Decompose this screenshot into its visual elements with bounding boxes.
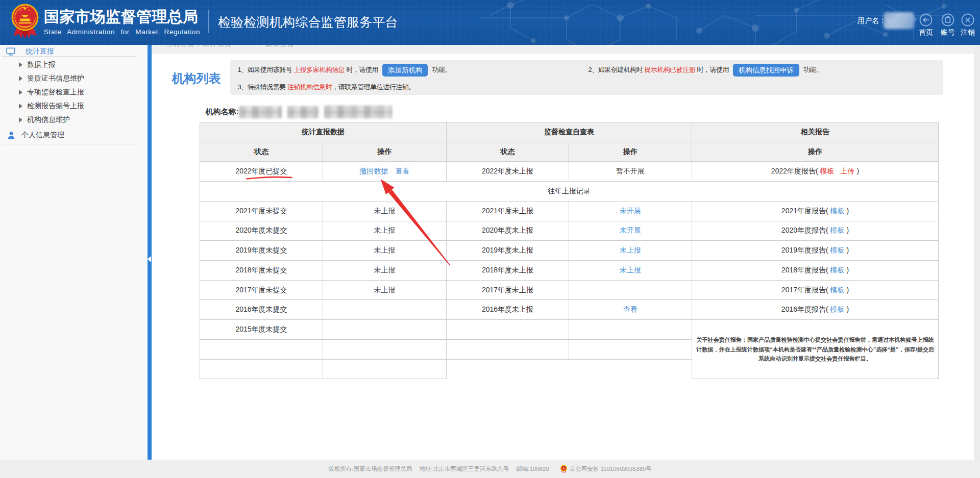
table-row-2022: 2022年度已提交 撤回数据查看 2022年度未上报 暂不开展 2022年度报告… bbox=[200, 162, 939, 182]
table-row-divider: 往年上报记录 bbox=[200, 182, 939, 202]
op-2017: 未上报 bbox=[323, 280, 447, 300]
template-link-2020[interactable]: 模板 bbox=[830, 226, 845, 234]
not-started-link-2020[interactable]: 未开展 bbox=[620, 226, 641, 234]
template-link-2016[interactable]: 模板 bbox=[830, 305, 845, 313]
page-footer: 版权所有:国家市场监督管理总局 地址:北京市西城区三里河东路八号 邮编:1008… bbox=[0, 460, 980, 478]
nav-logout-button[interactable]: 注销 bbox=[957, 13, 979, 37]
logout-x-icon bbox=[961, 13, 974, 27]
sidebar-item-cert-maintain[interactable]: 资质证书信息维护 bbox=[19, 74, 84, 83]
check-status-2022: 2022年度未上报 bbox=[447, 162, 569, 182]
sidebar-accent-bar bbox=[148, 45, 152, 460]
sidebar-item-personal-info[interactable]: 个人信息管理 bbox=[8, 131, 64, 140]
report-2016: 2016年度报告( 模板 ) bbox=[692, 300, 939, 320]
check-op-2020: 未开展 bbox=[569, 221, 692, 241]
op-2018: 未上报 bbox=[323, 261, 447, 281]
empty-cell bbox=[200, 339, 323, 359]
report-2018: 2018年度报告( 模板 ) bbox=[692, 261, 939, 281]
sidebar-section-stats[interactable]: 统计直报 bbox=[6, 47, 54, 56]
org-name-label: 机构名称: bbox=[206, 107, 239, 116]
person-icon bbox=[8, 132, 15, 139]
not-reported-link-2018[interactable]: 未上报 bbox=[620, 266, 641, 274]
social-responsibility-note-cell: 关于社会责任报告：国家产品质量检验检测中心提交社会责任报告前，需通过本机构账号上… bbox=[692, 320, 939, 379]
home-arrow-icon bbox=[919, 13, 933, 27]
check-status-2017: 2017年度未上报 bbox=[447, 280, 569, 300]
status-2019: 2019年度未提交 bbox=[200, 241, 323, 261]
check-op-2016: 查看 bbox=[569, 300, 692, 320]
table-col-header-row: 状态 操作 状态 操作 操作 bbox=[200, 142, 939, 162]
footer-copyright: 版权所有:国家市场监督管理总局 bbox=[328, 465, 412, 473]
notice-line-3: 3、特殊情况需要 注销机构信息时，请联系管理单位进行注销。 bbox=[238, 82, 415, 92]
op-2015 bbox=[323, 320, 447, 340]
empty-cell bbox=[323, 359, 447, 379]
withdraw-data-link[interactable]: 撤回数据 bbox=[360, 167, 388, 175]
arrow-right-icon bbox=[19, 117, 22, 122]
org-name-redaction-1 bbox=[239, 106, 282, 118]
arrow-right-icon bbox=[19, 90, 22, 95]
check-op-2021: 未开展 bbox=[569, 201, 692, 221]
report-2020: 2020年度报告( 模板 ) bbox=[692, 221, 939, 241]
group-header-report: 相关报告 bbox=[692, 122, 939, 142]
not-started-link-2021[interactable]: 未开展 bbox=[620, 207, 641, 215]
nav-home-button[interactable]: 首页 bbox=[915, 13, 937, 37]
sidebar-item-report-number[interactable]: 检测报告编号上报 bbox=[19, 102, 84, 111]
check-op-2015 bbox=[569, 320, 692, 340]
template-link-2021[interactable]: 模板 bbox=[830, 207, 845, 215]
nav-account-button[interactable]: 账号 bbox=[937, 13, 959, 37]
check-status-2016: 2016年度未上报 bbox=[447, 300, 569, 320]
add-new-org-button[interactable]: 添加新机构 bbox=[382, 64, 428, 77]
status-2020: 2020年度未提交 bbox=[200, 221, 323, 241]
scrollbar-track[interactable] bbox=[974, 45, 980, 460]
template-link-2018[interactable]: 模板 bbox=[830, 266, 845, 274]
platform-title: 检验检测机构综合监管服务平台 bbox=[218, 14, 398, 31]
org-report-table: 统计直报数据 监督检查自查表 相关报告 状态 操作 状态 操作 操作 2022年… bbox=[200, 122, 939, 379]
group-header-stats: 统计直报数据 bbox=[200, 122, 447, 142]
table-row-2017: 2017年度未提交 未上报 2017年度未上报 2017年度报告( 模板 ) bbox=[200, 280, 939, 300]
template-link-2019[interactable]: 模板 bbox=[830, 246, 845, 254]
main-content: 当前位置：统计直报＞＞数据上报 机构列表 1、如果使用该账号 上报多家机构信息 … bbox=[152, 45, 980, 460]
view-link-2016[interactable]: 查看 bbox=[623, 305, 638, 313]
table-group-header-row: 统计直报数据 监督检查自查表 相关报告 bbox=[200, 122, 939, 142]
sidebar-item-special-inspection[interactable]: 专项监督检查上报 bbox=[19, 88, 84, 97]
empty-cell bbox=[200, 359, 323, 379]
table-row-2016: 2016年度未提交 2016年度未上报 查看 2016年度报告( 模板 ) bbox=[200, 300, 939, 320]
status-2021: 2021年度未提交 bbox=[200, 201, 323, 221]
report-2017: 2017年度报告( 模板 ) bbox=[692, 280, 939, 300]
arrow-right-icon bbox=[19, 62, 22, 67]
check-op-2022: 暂不开展 bbox=[569, 162, 692, 182]
org-name-cn: 国家市场监督管理总局 bbox=[44, 7, 200, 28]
table-row-2015: 2015年度未提交 关于社会责任报告：国家产品质量检验检测中心提交社会责任报告前… bbox=[200, 320, 939, 340]
breadcrumb: 当前位置：统计直报＞＞数据上报 bbox=[152, 45, 980, 54]
not-reported-link-2019[interactable]: 未上报 bbox=[620, 246, 641, 254]
footer-postcode: 邮编:100820 bbox=[516, 465, 549, 473]
empty-cell bbox=[323, 339, 447, 359]
empty-cell bbox=[447, 339, 569, 359]
view-link-2022[interactable]: 查看 bbox=[396, 167, 410, 175]
template-link-2017[interactable]: 模板 bbox=[830, 286, 845, 294]
op-2020: 未上报 bbox=[323, 221, 447, 241]
report-2021: 2021年度报告( 模板 ) bbox=[692, 201, 939, 221]
table-row-2018: 2018年度未提交 未上报 2018年度未上报 未上报 2018年度报告( 模板… bbox=[200, 261, 939, 281]
arrow-right-icon bbox=[19, 104, 22, 109]
check-op-2018: 未上报 bbox=[569, 261, 692, 281]
group-header-check: 监督检查自查表 bbox=[447, 122, 692, 142]
check-op-2019: 未上报 bbox=[569, 241, 692, 261]
police-badge-icon bbox=[560, 465, 568, 473]
sidebar-collapse-arrow-icon[interactable] bbox=[148, 255, 152, 263]
template-link-2022[interactable]: 模板 bbox=[820, 167, 835, 175]
check-status-2021: 2021年度未上报 bbox=[447, 201, 569, 221]
notice2-red-text: 提示机构已被注册 bbox=[644, 65, 695, 74]
org-name-row: 机构名称: bbox=[206, 107, 239, 120]
sidebar-item-data-report[interactable]: 数据上报 bbox=[19, 60, 56, 69]
org-name-en: State Administration for Market Regulati… bbox=[44, 28, 200, 36]
status-2017: 2017年度未提交 bbox=[200, 280, 323, 300]
op-2019: 未上报 bbox=[323, 241, 447, 261]
check-op-2017 bbox=[569, 280, 692, 300]
org-info-appeal-button[interactable]: 机构信息找回申诉 bbox=[733, 64, 799, 77]
sidebar-item-org-maintain[interactable]: 机构信息维护 bbox=[19, 115, 70, 124]
op-2016 bbox=[323, 300, 447, 320]
ops-2022: 撤回数据查看 bbox=[323, 162, 447, 182]
notice1-red-text: 上报多家机构信息 bbox=[293, 65, 345, 74]
notice-box: 1、如果使用该账号 上报多家机构信息 时，请使用添加新机构功能。 2、如果创建机… bbox=[230, 60, 943, 95]
social-responsibility-note: 关于社会责任报告：国家产品质量检验检测中心提交社会责任报告前，需通过本机构账号上… bbox=[695, 335, 935, 364]
upload-link-2022[interactable]: 上传 bbox=[841, 167, 855, 175]
